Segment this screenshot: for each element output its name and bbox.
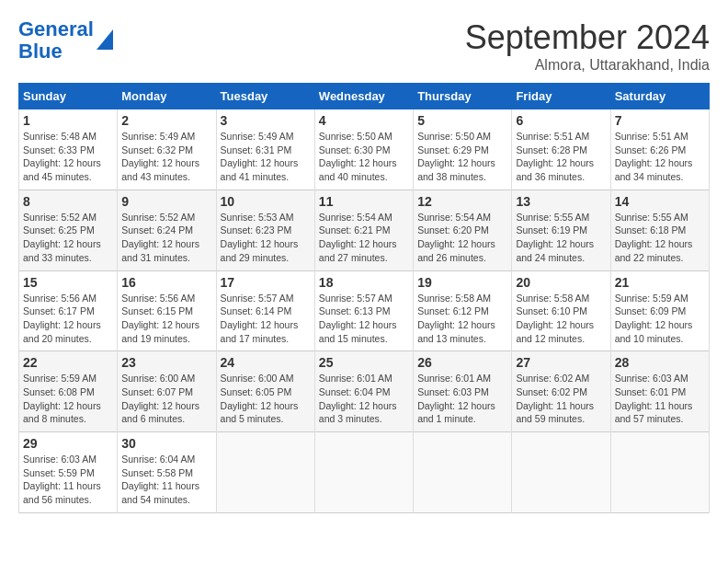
column-header-thursday: Thursday [414, 84, 512, 109]
day-info: Sunrise: 5:59 AM Sunset: 6:08 PM Dayligh… [23, 372, 113, 426]
day-number: 26 [417, 355, 507, 370]
day-info: Sunrise: 5:53 AM Sunset: 6:23 PM Dayligh… [221, 211, 311, 265]
calendar-cell: 3Sunrise: 5:49 AM Sunset: 6:31 PM Daylig… [216, 109, 314, 190]
month-title: September 2024 [465, 18, 710, 57]
day-info: Sunrise: 5:52 AM Sunset: 6:24 PM Dayligh… [121, 211, 211, 265]
calendar-cell: 4Sunrise: 5:50 AM Sunset: 6:30 PM Daylig… [314, 109, 413, 190]
calendar-cell: 19Sunrise: 5:58 AM Sunset: 6:12 PM Dayli… [414, 270, 512, 351]
day-number: 14 [615, 194, 705, 209]
day-number: 11 [319, 194, 409, 209]
day-number: 13 [516, 194, 606, 209]
day-number: 28 [615, 355, 705, 370]
day-number: 25 [319, 355, 409, 370]
day-info: Sunrise: 5:48 AM Sunset: 6:33 PM Dayligh… [23, 130, 113, 184]
calendar-cell: 14Sunrise: 5:55 AM Sunset: 6:18 PM Dayli… [610, 190, 709, 270]
column-header-friday: Friday [512, 84, 610, 109]
calendar-cell: 28Sunrise: 6:03 AM Sunset: 6:01 PM Dayli… [610, 351, 709, 432]
calendar-cell: 10Sunrise: 5:53 AM Sunset: 6:23 PM Dayli… [216, 190, 314, 270]
svg-marker-0 [97, 29, 113, 50]
day-number: 12 [417, 194, 507, 209]
column-header-tuesday: Tuesday [216, 84, 314, 109]
page-header: General Blue September 2024 Almora, Utta… [18, 18, 710, 74]
calendar-cell: 22Sunrise: 5:59 AM Sunset: 6:08 PM Dayli… [19, 351, 118, 432]
calendar-cell: 13Sunrise: 5:55 AM Sunset: 6:19 PM Dayli… [512, 190, 610, 270]
calendar-cell: 16Sunrise: 5:56 AM Sunset: 6:15 PM Dayli… [118, 270, 216, 351]
calendar-cell: 26Sunrise: 6:01 AM Sunset: 6:03 PM Dayli… [414, 351, 512, 432]
day-number: 9 [121, 194, 211, 209]
calendar-cell: 1Sunrise: 5:48 AM Sunset: 6:33 PM Daylig… [19, 109, 118, 190]
day-info: Sunrise: 5:54 AM Sunset: 6:21 PM Dayligh… [319, 211, 409, 265]
calendar-cell: 11Sunrise: 5:54 AM Sunset: 6:21 PM Dayli… [314, 190, 413, 270]
column-header-saturday: Saturday [610, 84, 709, 109]
calendar-cell: 25Sunrise: 6:01 AM Sunset: 6:04 PM Dayli… [314, 351, 413, 432]
day-info: Sunrise: 5:51 AM Sunset: 6:28 PM Dayligh… [516, 130, 606, 184]
calendar-cell: 27Sunrise: 6:02 AM Sunset: 6:02 PM Dayli… [512, 351, 610, 432]
calendar-cell [414, 432, 512, 513]
day-info: Sunrise: 5:55 AM Sunset: 6:19 PM Dayligh… [516, 211, 606, 265]
day-info: Sunrise: 5:56 AM Sunset: 6:17 PM Dayligh… [23, 292, 113, 346]
day-number: 1 [23, 113, 113, 128]
day-number: 2 [121, 113, 211, 128]
day-number: 6 [516, 113, 606, 128]
calendar-cell: 30Sunrise: 6:04 AM Sunset: 5:58 PM Dayli… [118, 432, 216, 513]
day-number: 23 [121, 355, 211, 370]
day-number: 18 [319, 275, 409, 290]
calendar-cell [216, 432, 314, 513]
day-info: Sunrise: 5:58 AM Sunset: 6:12 PM Dayligh… [417, 292, 507, 346]
day-info: Sunrise: 5:54 AM Sunset: 6:20 PM Dayligh… [417, 211, 507, 265]
day-number: 19 [417, 275, 507, 290]
calendar-cell: 6Sunrise: 5:51 AM Sunset: 6:28 PM Daylig… [512, 109, 610, 190]
day-info: Sunrise: 5:49 AM Sunset: 6:31 PM Dayligh… [221, 130, 311, 184]
calendar-week-row: 8Sunrise: 5:52 AM Sunset: 6:25 PM Daylig… [19, 190, 710, 270]
day-info: Sunrise: 5:52 AM Sunset: 6:25 PM Dayligh… [23, 211, 113, 265]
day-number: 30 [121, 436, 211, 451]
location-subtitle: Almora, Uttarakhand, India [465, 57, 710, 74]
calendar-table: SundayMondayTuesdayWednesdayThursdayFrid… [18, 83, 710, 513]
calendar-cell [314, 432, 413, 513]
day-number: 16 [121, 275, 211, 290]
day-info: Sunrise: 5:50 AM Sunset: 6:30 PM Dayligh… [319, 130, 409, 184]
day-number: 7 [615, 113, 705, 128]
day-number: 10 [221, 194, 311, 209]
calendar-week-row: 22Sunrise: 5:59 AM Sunset: 6:08 PM Dayli… [19, 351, 710, 432]
logo-general: General [18, 17, 94, 40]
calendar-cell: 18Sunrise: 5:57 AM Sunset: 6:13 PM Dayli… [314, 270, 413, 351]
logo-blue: Blue [18, 40, 63, 63]
calendar-cell: 8Sunrise: 5:52 AM Sunset: 6:25 PM Daylig… [19, 190, 118, 270]
day-info: Sunrise: 6:01 AM Sunset: 6:04 PM Dayligh… [319, 372, 409, 426]
calendar-cell: 7Sunrise: 5:51 AM Sunset: 6:26 PM Daylig… [610, 109, 709, 190]
logo: General Blue [18, 18, 113, 63]
logo-icon [97, 24, 113, 50]
calendar-cell: 5Sunrise: 5:50 AM Sunset: 6:29 PM Daylig… [414, 109, 512, 190]
day-info: Sunrise: 6:03 AM Sunset: 6:01 PM Dayligh… [615, 372, 705, 426]
day-info: Sunrise: 5:59 AM Sunset: 6:09 PM Dayligh… [615, 292, 705, 346]
calendar-cell: 12Sunrise: 5:54 AM Sunset: 6:20 PM Dayli… [414, 190, 512, 270]
calendar-cell: 17Sunrise: 5:57 AM Sunset: 6:14 PM Dayli… [216, 270, 314, 351]
calendar-cell: 9Sunrise: 5:52 AM Sunset: 6:24 PM Daylig… [118, 190, 216, 270]
day-number: 24 [221, 355, 311, 370]
day-number: 29 [23, 436, 113, 451]
column-header-wednesday: Wednesday [314, 84, 413, 109]
day-info: Sunrise: 5:56 AM Sunset: 6:15 PM Dayligh… [121, 292, 211, 346]
day-info: Sunrise: 5:49 AM Sunset: 6:32 PM Dayligh… [121, 130, 211, 184]
day-number: 17 [221, 275, 311, 290]
calendar-cell: 23Sunrise: 6:00 AM Sunset: 6:07 PM Dayli… [118, 351, 216, 432]
calendar-cell: 21Sunrise: 5:59 AM Sunset: 6:09 PM Dayli… [610, 270, 709, 351]
day-info: Sunrise: 5:57 AM Sunset: 6:14 PM Dayligh… [221, 292, 311, 346]
day-info: Sunrise: 5:58 AM Sunset: 6:10 PM Dayligh… [516, 292, 606, 346]
day-info: Sunrise: 5:51 AM Sunset: 6:26 PM Dayligh… [615, 130, 705, 184]
day-info: Sunrise: 6:00 AM Sunset: 6:05 PM Dayligh… [221, 372, 311, 426]
day-info: Sunrise: 6:02 AM Sunset: 6:02 PM Dayligh… [516, 372, 606, 426]
day-number: 27 [516, 355, 606, 370]
calendar-week-row: 15Sunrise: 5:56 AM Sunset: 6:17 PM Dayli… [19, 270, 710, 351]
title-block: September 2024 Almora, Uttarakhand, Indi… [465, 18, 710, 74]
day-number: 20 [516, 275, 606, 290]
calendar-cell: 15Sunrise: 5:56 AM Sunset: 6:17 PM Dayli… [19, 270, 118, 351]
day-info: Sunrise: 6:03 AM Sunset: 5:59 PM Dayligh… [23, 453, 113, 507]
calendar-week-row: 29Sunrise: 6:03 AM Sunset: 5:59 PM Dayli… [19, 432, 710, 513]
day-number: 21 [615, 275, 705, 290]
column-header-sunday: Sunday [19, 84, 118, 109]
calendar-cell: 2Sunrise: 5:49 AM Sunset: 6:32 PM Daylig… [118, 109, 216, 190]
calendar-cell: 20Sunrise: 5:58 AM Sunset: 6:10 PM Dayli… [512, 270, 610, 351]
day-number: 5 [417, 113, 507, 128]
